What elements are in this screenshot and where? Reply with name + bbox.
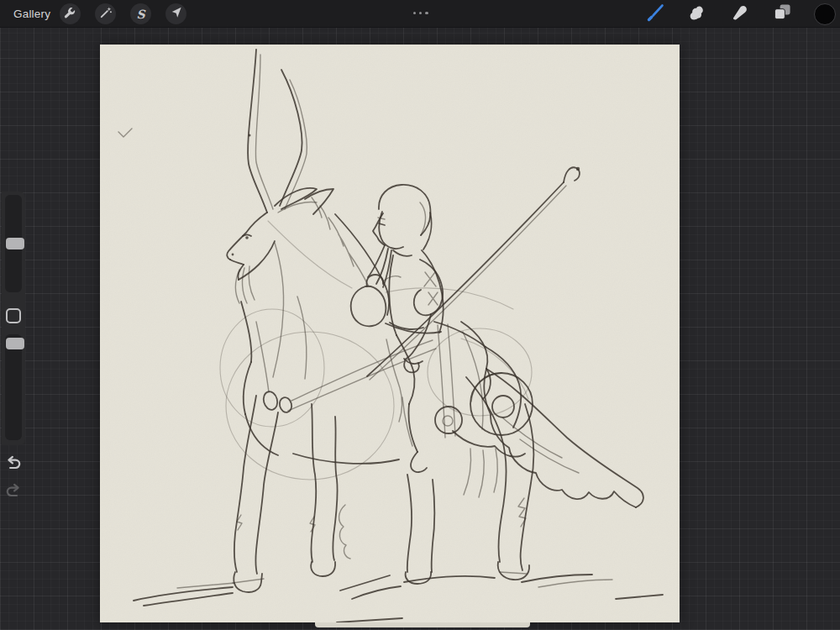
multitask-indicator[interactable] [413, 12, 428, 14]
eraser-icon [730, 3, 749, 25]
color-button[interactable] [813, 3, 836, 25]
current-color-swatch [814, 3, 836, 25]
adjustments-button[interactable] [95, 3, 116, 24]
actions-button[interactable] [60, 3, 81, 24]
s-ribbon-icon: S [136, 8, 144, 20]
wrench-icon [63, 5, 77, 23]
brush-icon [645, 3, 665, 26]
opacity-handle[interactable] [6, 338, 24, 349]
modify-button[interactable] [6, 308, 21, 323]
redo-button[interactable] [5, 482, 22, 499]
transform-button[interactable] [165, 3, 186, 24]
brush-size-handle[interactable] [6, 238, 24, 249]
gallery-button[interactable]: Gallery [13, 0, 50, 28]
opacity-slider[interactable] [5, 334, 22, 440]
smudge-tool-button[interactable] [685, 3, 708, 25]
smudge-finger-icon [687, 3, 706, 25]
layers-icon [773, 3, 792, 25]
brush-size-slider[interactable] [5, 195, 22, 292]
drawing-canvas[interactable] [100, 45, 680, 622]
brush-sidebar [2, 192, 25, 445]
arrow-dart-icon [169, 5, 183, 23]
redo-arrow-icon [5, 482, 22, 499]
magic-wand-icon [98, 5, 113, 23]
layers-button[interactable] [771, 3, 794, 25]
procreate-workspace: { "app_title": "Procreate", "colors": { … [0, 0, 840, 630]
paint-tool-button[interactable] [643, 3, 666, 25]
top-toolbar: Gallery S [0, 0, 840, 28]
selection-button[interactable]: S [130, 3, 151, 24]
erase-tool-button[interactable] [728, 3, 751, 25]
undo-arrow-icon [5, 454, 22, 471]
rider-on-goat-sketch [100, 45, 680, 622]
home-indicator[interactable] [315, 622, 530, 627]
undo-button[interactable] [5, 454, 22, 471]
